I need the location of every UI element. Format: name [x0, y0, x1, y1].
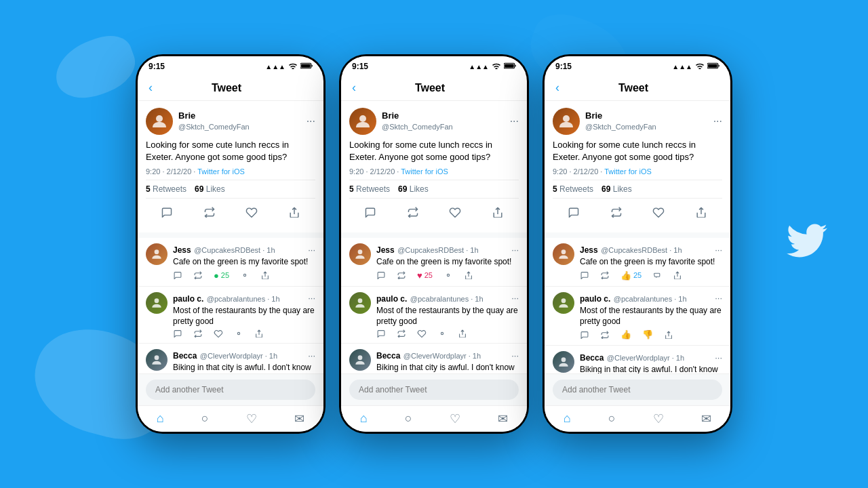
main-user-handle-1: @Sktch_ComedyFan [178, 122, 250, 131]
reply-comment-jess-2[interactable] [376, 270, 386, 281]
more-btn-becca-2[interactable]: ··· [511, 350, 519, 361]
home-nav-2[interactable]: ⌂ [360, 411, 368, 426]
notifications-nav-1[interactable]: ♡ [246, 411, 257, 426]
reply-item-paulo-1: paulo c. @pcabralantunes · 1h ··· Most o… [138, 287, 323, 344]
reply-other-paulo-1[interactable] [234, 329, 243, 338]
reply-like-jess-2[interactable]: ♥ 25 [417, 270, 433, 281]
svg-point-17 [358, 355, 363, 360]
back-button-1[interactable]: ‹ [149, 81, 153, 95]
more-btn-paulo-1[interactable]: ··· [308, 293, 315, 303]
tweet-meta-3: 9:20 · 2/12/20 · Twitter for iOS [553, 167, 722, 176]
avatar-paulo-2 [349, 292, 371, 314]
reply-share-jess-3[interactable] [673, 270, 682, 281]
back-button-3[interactable]: ‹ [555, 81, 559, 95]
reply-handle-jess-2: @CupcakesRDBest · 1h [397, 246, 478, 254]
reply-share-jess-2[interactable] [464, 270, 473, 281]
more-button-main-2[interactable]: ··· [510, 115, 519, 127]
more-button-main-3[interactable]: ··· [713, 115, 722, 127]
reply-item-jess-3: Jess @CupcakesRDBest · 1h ··· Cafe on th… [545, 238, 730, 287]
reply-other-jess-2[interactable] [443, 270, 453, 281]
signal-icon-2: ▲▲▲ [469, 63, 489, 70]
battery-icon-3 [707, 62, 719, 70]
reply-dislike-paulo-3[interactable]: 👎 [642, 329, 653, 340]
more-btn-paulo-2[interactable]: ··· [511, 293, 519, 303]
notifications-nav-2[interactable]: ♡ [450, 411, 460, 426]
reply-comment-paulo-1[interactable] [173, 329, 182, 338]
reply-like-paulo-1[interactable] [214, 329, 223, 338]
more-btn-becca-3[interactable]: ··· [715, 352, 722, 363]
like-action-2[interactable] [446, 204, 464, 223]
reply-share-jess-1[interactable] [260, 270, 270, 281]
svg-point-15 [358, 298, 363, 303]
reply-retweet-jess-1[interactable] [193, 270, 203, 281]
share-action-1[interactable] [285, 204, 303, 223]
messages-nav-1[interactable]: ✉ [294, 411, 304, 426]
twitter-source-link-1[interactable]: Twitter for iOS [197, 167, 245, 176]
more-btn-jess-2[interactable]: ··· [511, 245, 519, 255]
search-nav-2[interactable]: ○ [405, 411, 412, 426]
back-button-2[interactable]: ‹ [352, 81, 356, 95]
avatar-brie-2 [349, 108, 376, 135]
signal-icon-3: ▲▲▲ [672, 63, 692, 70]
reply-comment-jess-1[interactable] [173, 270, 182, 281]
status-time-1: 9:15 [149, 62, 165, 71]
more-btn-jess-3[interactable]: ··· [715, 245, 722, 255]
reply-like-jess-1[interactable]: ● 25 [214, 270, 229, 281]
retweet-action-1[interactable] [201, 204, 218, 223]
more-btn-becca-1[interactable]: ··· [308, 350, 315, 361]
tweet-content-2: Brie @Sktch_ComedyFan ··· Looking for so… [341, 101, 527, 432]
reply-handle-becca-1: @CleverWordplayr · 1h [200, 352, 277, 360]
notifications-nav-3[interactable]: ♡ [653, 411, 664, 426]
reply-other-jess-1[interactable] [240, 270, 250, 281]
reply-retweet-jess-2[interactable] [397, 270, 406, 281]
reply-text-jess-1: Cafe on the green is my favorite spot! [173, 257, 315, 268]
reply-comment-paulo-2[interactable] [376, 329, 386, 338]
comment-action-1[interactable] [158, 204, 176, 223]
home-nav-1[interactable]: ⌂ [157, 411, 164, 426]
twitter-source-link-3[interactable]: Twitter for iOS [604, 167, 652, 176]
reply-like-jess-3[interactable]: 👍 25 [620, 270, 642, 281]
main-tweet-1: Brie @Sktch_ComedyFan ··· Looking for so… [138, 101, 323, 238]
wifi-icon-2 [492, 62, 501, 70]
twitter-source-link-2[interactable]: Twitter for iOS [401, 167, 448, 176]
comment-action-3[interactable] [565, 204, 583, 223]
share-action-2[interactable] [489, 204, 507, 223]
search-nav-3[interactable]: ○ [608, 411, 616, 426]
retweet-action-2[interactable] [404, 204, 422, 223]
like-action-3[interactable] [650, 204, 667, 223]
tweet-actions-3 [553, 201, 722, 226]
add-tweet-input-1[interactable] [146, 380, 315, 400]
reply-comment-jess-3[interactable] [580, 270, 589, 281]
wifi-icon-3 [695, 62, 705, 70]
like-action-1[interactable] [243, 204, 260, 223]
reply-retweet-paulo-3[interactable] [600, 329, 610, 340]
comment-action-2[interactable] [361, 204, 379, 223]
share-action-3[interactable] [692, 204, 710, 223]
reply-share-paulo-3[interactable] [664, 329, 673, 340]
more-btn-paulo-3[interactable]: ··· [715, 293, 722, 303]
more-btn-jess-1[interactable]: ··· [308, 245, 315, 255]
reply-share-paulo-2[interactable] [458, 329, 467, 338]
messages-nav-2[interactable]: ✉ [498, 411, 508, 426]
avatar-becca-3 [553, 351, 574, 373]
reply-retweet-jess-3[interactable] [600, 270, 610, 281]
add-tweet-input-3[interactable] [553, 380, 722, 400]
reply-text-jess-2: Cafe on the green is my favorite spot! [376, 257, 519, 268]
reply-dislike-jess-3[interactable] [652, 270, 662, 281]
reply-like-paulo-2[interactable] [417, 329, 427, 338]
home-nav-3[interactable]: ⌂ [564, 411, 571, 426]
add-tweet-input-2[interactable] [349, 380, 519, 400]
reply-other-paulo-2[interactable] [437, 329, 447, 338]
avatar-jess-2 [349, 243, 371, 265]
reply-retweet-paulo-2[interactable] [397, 329, 406, 338]
reply-share-paulo-1[interactable] [254, 329, 264, 338]
more-button-main-1[interactable]: ··· [307, 115, 315, 127]
reply-like-paulo-3[interactable]: 👍 [620, 329, 631, 340]
tweet-stats-1: 5 Retweets 69 Likes [146, 180, 315, 199]
retweet-action-3[interactable] [608, 204, 625, 223]
messages-nav-3[interactable]: ✉ [701, 411, 711, 426]
tweet-header-2: ‹ Tweet [341, 74, 527, 101]
reply-comment-paulo-3[interactable] [580, 329, 589, 340]
search-nav-1[interactable]: ○ [201, 411, 209, 426]
reply-retweet-paulo-1[interactable] [193, 329, 203, 338]
